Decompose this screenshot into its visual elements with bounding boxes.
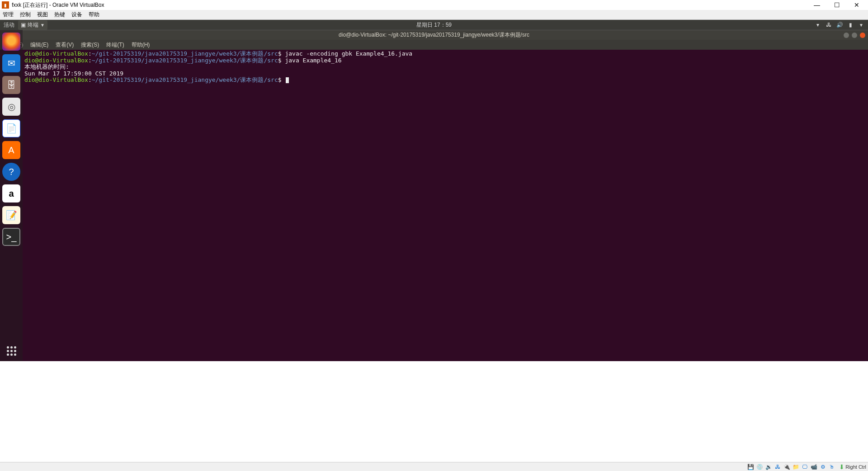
battery-icon: ▮: [847, 22, 854, 28]
dock-help-icon[interactable]: ?: [2, 163, 20, 181]
term-menu-terminal[interactable]: 终端(T): [106, 41, 124, 49]
vbox-menu-control[interactable]: 控制: [20, 11, 31, 19]
topbar-app-label: 终端: [28, 21, 38, 29]
sb-cpu-icon[interactable]: ⚙: [819, 463, 826, 471]
close-button[interactable]: ✕: [851, 1, 863, 9]
vbox-statusbar: 💾 💿 🔉 🖧 🔌 📁 🖵 📹 ⚙ 🖱 ⬇ Right Ctrl: [0, 462, 868, 471]
terminal-title: dio@dio-VirtualBox: ~/git-20175319/java2…: [339, 31, 529, 39]
dock-thunderbird-icon[interactable]: ✉: [2, 54, 20, 72]
command-text: java Example4_16: [282, 57, 342, 64]
sb-mouse-icon[interactable]: 🖱: [828, 463, 835, 471]
sb-optical-icon[interactable]: 💿: [756, 463, 763, 471]
dock-amazon-icon[interactable]: a: [2, 184, 20, 203]
lan-icon: 🖧: [826, 22, 832, 28]
command-text: javac -encoding gbk Example4_16.java: [282, 50, 413, 57]
vbox-window-controls: — ☐ ✕: [811, 1, 863, 9]
maximize-button[interactable]: ☐: [831, 1, 843, 9]
prompt-user: dio@dio-VirtualBox: [24, 57, 88, 64]
hostkey-label: Right Ctrl: [845, 464, 866, 470]
terminal-output-area[interactable]: dio@dio-VirtualBox:~/git-20175319/java20…: [23, 50, 868, 361]
minimize-button[interactable]: —: [811, 1, 823, 9]
prompt-user: dio@dio-VirtualBox: [24, 50, 88, 57]
activities-button[interactable]: 活动: [4, 21, 14, 29]
topbar-app-menu[interactable]: ▣ 终端 ▼: [18, 20, 47, 30]
network-icon: ▾: [815, 22, 821, 28]
chevron-down-icon: ▼: [40, 23, 45, 28]
terminal-window-controls: [844, 33, 865, 38]
virtualbox-icon: ▮: [2, 1, 9, 9]
term-menu-view[interactable]: 查看(V): [56, 41, 74, 49]
prompt-path: ~/git-20175319/java20175319_jiangye/week…: [92, 50, 241, 57]
prompt-path: ~/git-20175319/java20175319_jiangye/week…: [92, 76, 241, 83]
hostkey-indicator[interactable]: ⬇ Right Ctrl: [839, 463, 866, 471]
term-menu-help[interactable]: 帮助(H): [132, 41, 150, 49]
vbox-titlebar: ▮ fxxk [正在运行] - Oracle VM VirtualBox — ☐…: [0, 0, 868, 10]
guest-display: 活动 ▣ 终端 ▼ 星期日 17：59 ▾ 🖧 🔊 ▮ ▼ dio@dio-Vi…: [0, 20, 868, 361]
chevron-down-icon: ▼: [858, 23, 864, 28]
sb-harddisk-icon[interactable]: 💾: [747, 463, 754, 471]
terminal-titlebar: dio@dio-VirtualBox: ~/git-20175319/java2…: [0, 30, 868, 40]
terminal-menubar: 文件(F) 编辑(E) 查看(V) 搜索(S) 终端(T) 帮助(H): [0, 40, 868, 50]
vbox-menubar: 管理 控制 视图 热键 设备 帮助: [0, 10, 868, 20]
vbox-menu-view[interactable]: 视图: [37, 11, 48, 19]
dock-terminal-icon[interactable]: >_: [2, 228, 20, 246]
terminal-maximize-button[interactable]: [852, 33, 857, 38]
term-menu-edit[interactable]: 编辑(E): [30, 41, 48, 49]
sb-recording-icon[interactable]: 📹: [810, 463, 817, 471]
show-applications-button[interactable]: [7, 346, 16, 356]
hostkey-arrow-icon: ⬇: [839, 463, 844, 471]
gnome-topbar: 活动 ▣ 终端 ▼ 星期日 17：59 ▾ 🖧 🔊 ▮ ▼: [0, 20, 868, 30]
program-output: Sun Mar 17 17:59:00 CST 2019: [24, 70, 123, 77]
term-menu-search[interactable]: 搜索(S): [81, 41, 99, 49]
vbox-menu-devices[interactable]: 设备: [71, 11, 82, 19]
topbar-clock[interactable]: 星期日 17：59: [416, 21, 452, 29]
vbox-window-title: fxxk [正在运行] - Oracle VM VirtualBox: [12, 1, 811, 9]
ubuntu-dock: ✉ 🗄 ◎ 📄 A ? a 📝 >_: [0, 30, 23, 361]
sb-display-icon[interactable]: 🖵: [801, 463, 808, 471]
volume-icon: 🔊: [836, 22, 843, 28]
prompt-user: dio@dio-VirtualBox: [24, 76, 88, 83]
vbox-menu-input[interactable]: 热键: [54, 11, 65, 19]
sb-network-icon[interactable]: 🖧: [774, 463, 781, 471]
dock-writer-icon[interactable]: 📄: [2, 119, 20, 137]
dock-firefox-icon[interactable]: [2, 33, 20, 51]
terminal-close-button[interactable]: [860, 33, 865, 38]
dock-files-icon[interactable]: 🗄: [2, 76, 20, 94]
terminal-cursor: [286, 77, 289, 83]
sb-audio-icon[interactable]: 🔉: [765, 463, 772, 471]
program-output: 本地机器的时间:: [24, 63, 69, 70]
terminal-minimize-button[interactable]: [844, 33, 849, 38]
sb-shared-folder-icon[interactable]: 📁: [792, 463, 799, 471]
dock-texteditor-icon[interactable]: 📝: [2, 206, 20, 224]
prompt-path: ~/git-20175319/java20175319_jiangye/week…: [92, 57, 241, 64]
vbox-menu-help[interactable]: 帮助: [89, 11, 99, 19]
vbox-menu-manage[interactable]: 管理: [3, 11, 14, 19]
empty-area: [0, 361, 868, 462]
sb-usb-icon[interactable]: 🔌: [783, 463, 790, 471]
dock-software-icon[interactable]: A: [2, 141, 20, 159]
dock-rhythmbox-icon[interactable]: ◎: [2, 98, 20, 116]
topbar-status-area[interactable]: ▾ 🖧 🔊 ▮ ▼: [815, 22, 864, 28]
terminal-small-icon: ▣: [21, 22, 26, 28]
